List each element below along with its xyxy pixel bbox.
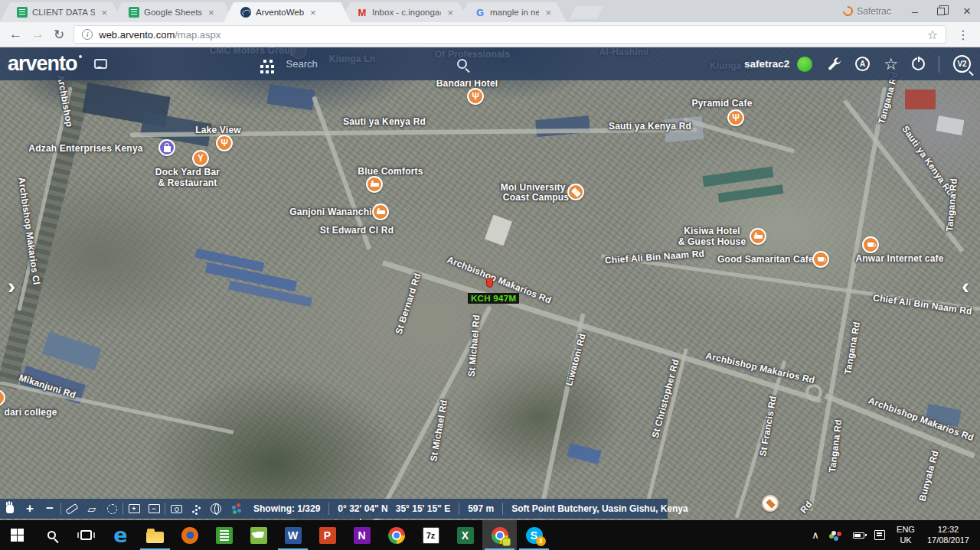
restore-icon xyxy=(937,8,945,15)
tray-expand-chevron[interactable]: ∧ xyxy=(805,529,826,541)
map-label: Anwar Internet cafe xyxy=(855,253,943,264)
taskbar-7zip[interactable]: 7z xyxy=(413,520,448,550)
taskbar-green-cloud-app[interactable] xyxy=(241,520,276,550)
new-tab-button[interactable] xyxy=(569,6,603,19)
search-icon[interactable] xyxy=(457,59,467,69)
tab-title: CLIENT DATA SHEET - Go xyxy=(32,8,95,17)
green-book-icon xyxy=(216,527,233,544)
browser-tab-strip: CLIENT DATA SHEET - Go × Google Sheets ×… xyxy=(0,0,980,22)
expand-right-panel-icon[interactable]: ‹ xyxy=(962,275,969,298)
measure-button[interactable] xyxy=(62,499,82,519)
zoom-window-in-button[interactable]: + xyxy=(124,499,144,519)
tab-client-data-sheet[interactable]: CLIENT DATA SHEET - Go × xyxy=(0,2,122,22)
zoom-out-button[interactable]: − xyxy=(40,499,60,519)
sheets-icon xyxy=(17,7,28,18)
close-window-button[interactable]: × xyxy=(954,2,980,21)
settings-wrench-icon[interactable] xyxy=(826,57,841,72)
browser-menu-icon[interactable]: ⋮ xyxy=(957,28,969,42)
search-input[interactable]: Search xyxy=(286,58,318,70)
taskbar-chrome-active[interactable] xyxy=(482,520,517,550)
expand-left-panel-icon[interactable]: › xyxy=(8,275,15,298)
url-input[interactable]: i web.arvento.com /map.aspx ☆ xyxy=(74,25,946,44)
map-label: Chief Ali Bin Naam Rd xyxy=(872,292,972,317)
close-icon[interactable]: × xyxy=(101,8,107,18)
shopping-poi-icon xyxy=(158,139,175,156)
browser-address-bar: ← → ↻ i web.arvento.com /map.aspx ☆ ⋮ xyxy=(0,22,980,47)
minimize-button[interactable]: – xyxy=(902,2,928,21)
map-label: St Michael Rd xyxy=(428,399,449,462)
map-label: Adzah Enterprises Kenya xyxy=(28,143,142,154)
messages-icon[interactable] xyxy=(94,59,107,69)
v2-switch-icon[interactable]: V2 xyxy=(953,55,971,73)
favorites-star-icon[interactable]: ☆ xyxy=(884,56,898,72)
taskbar-green-book-app[interactable] xyxy=(207,520,241,550)
restore-button[interactable] xyxy=(928,2,954,21)
polygon-select-button[interactable]: ▱ xyxy=(82,499,102,519)
action-center-icon[interactable] xyxy=(869,530,890,540)
language-icon[interactable]: A xyxy=(855,57,870,71)
tab-inbox[interactable]: M Inbox - c.ingonga@safet × xyxy=(340,2,469,22)
map-label: St Bernard Rd xyxy=(393,272,423,336)
vehicle-marker[interactable] xyxy=(486,278,493,288)
taskbar-powerpoint[interactable]: P xyxy=(310,520,345,550)
tab-google-sheets[interactable]: Google Sheets × xyxy=(112,2,234,22)
avatar[interactable] xyxy=(797,57,812,72)
map-label: St Michael Rd xyxy=(466,314,482,377)
map-label: Lake View xyxy=(195,125,241,135)
google-icon: G xyxy=(475,7,485,18)
map-label: Ganjoni Wananchi xyxy=(289,207,371,217)
map-label: Tangana Rd xyxy=(827,419,844,474)
close-icon[interactable]: × xyxy=(545,8,551,18)
forward-icon[interactable]: → xyxy=(31,27,44,42)
battery-icon[interactable] xyxy=(848,532,869,539)
clock[interactable]: 12:32 17/08/2017 xyxy=(921,525,975,546)
zoom-in-button[interactable]: + xyxy=(20,499,40,519)
language-indicator[interactable]: ENG UK xyxy=(890,525,921,546)
ruler-icon xyxy=(65,503,78,515)
back-icon[interactable]: ← xyxy=(9,27,22,42)
folder-icon xyxy=(146,532,164,543)
pan-tool-button[interactable] xyxy=(0,499,20,519)
map-label: Moi University - xyxy=(501,182,572,193)
taskbar-search-button[interactable] xyxy=(34,520,69,550)
close-icon[interactable]: × xyxy=(310,8,316,18)
taskbar-excel[interactable]: X xyxy=(448,520,482,550)
username-label[interactable]: safetrac2 xyxy=(744,58,789,70)
freehand-select-button[interactable] xyxy=(102,499,122,519)
logout-power-icon[interactable] xyxy=(912,57,925,70)
profile-icon xyxy=(841,4,855,18)
tab-mangle-networking[interactable]: G mangle in networking - × xyxy=(458,2,567,22)
map-label: Good Samaritan Cafe xyxy=(717,254,814,265)
lodging-poi-icon xyxy=(366,176,383,193)
reload-icon[interactable]: ↻ xyxy=(54,27,64,43)
snapshot-button[interactable] xyxy=(166,499,186,519)
taskbar-chrome[interactable] xyxy=(379,520,413,550)
taskbar-edge[interactable]: e xyxy=(103,520,138,550)
bookmark-star-icon[interactable]: ☆ xyxy=(927,28,938,42)
zoom-window-out-button[interactable]: − xyxy=(144,499,164,519)
vehicle-plate-label[interactable]: KCH 947M xyxy=(468,293,519,304)
taskbar-skype[interactable]: S3 xyxy=(517,520,551,550)
map-label: St Francis Rd xyxy=(757,395,779,457)
vehicle-cluster-button[interactable] xyxy=(226,499,246,519)
building xyxy=(266,84,315,110)
task-view-button[interactable] xyxy=(69,520,103,550)
satellite-map[interactable]: CMC Motors Group Kiunga Ln Of Profession… xyxy=(0,47,980,520)
tab-arventoweb[interactable]: ArventoWeb × xyxy=(224,2,351,22)
close-icon[interactable]: × xyxy=(208,8,214,18)
map-type-button[interactable] xyxy=(206,499,226,519)
map-label: Sauti ya Kenya Rd xyxy=(609,121,691,132)
browser-profile-button[interactable]: Safetrac xyxy=(843,6,891,17)
word-icon: W xyxy=(285,527,302,544)
taskbar-word[interactable]: W xyxy=(276,520,310,550)
start-button[interactable] xyxy=(0,520,34,550)
cluster-button[interactable] xyxy=(186,499,206,519)
taskbar-onenote[interactable]: N xyxy=(345,520,379,550)
taskbar-file-explorer[interactable] xyxy=(138,520,172,550)
windows-logo-icon xyxy=(11,529,24,542)
map-label: Pyramid Cafe xyxy=(691,98,752,109)
taskbar-firefox[interactable] xyxy=(172,520,207,550)
close-icon[interactable]: × xyxy=(447,8,453,18)
apps-grid-icon[interactable] xyxy=(263,60,266,63)
page-info-icon[interactable]: i xyxy=(82,29,93,40)
